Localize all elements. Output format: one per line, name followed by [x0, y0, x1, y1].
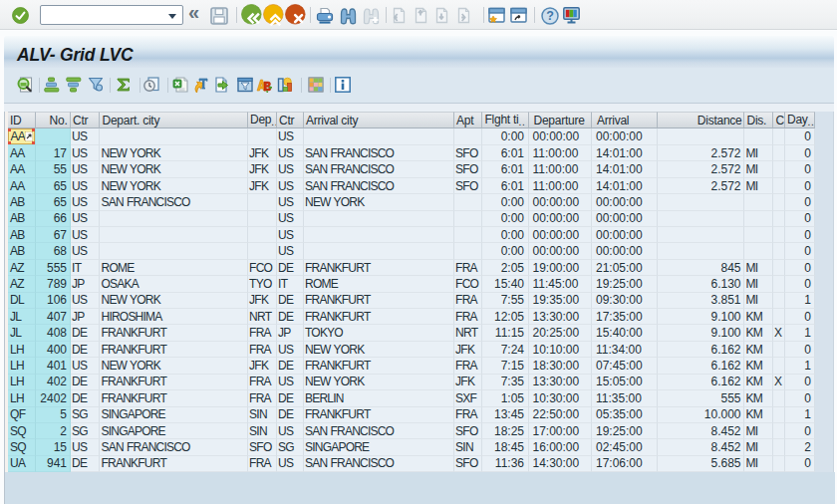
svg-text:?: ? — [546, 9, 554, 23]
